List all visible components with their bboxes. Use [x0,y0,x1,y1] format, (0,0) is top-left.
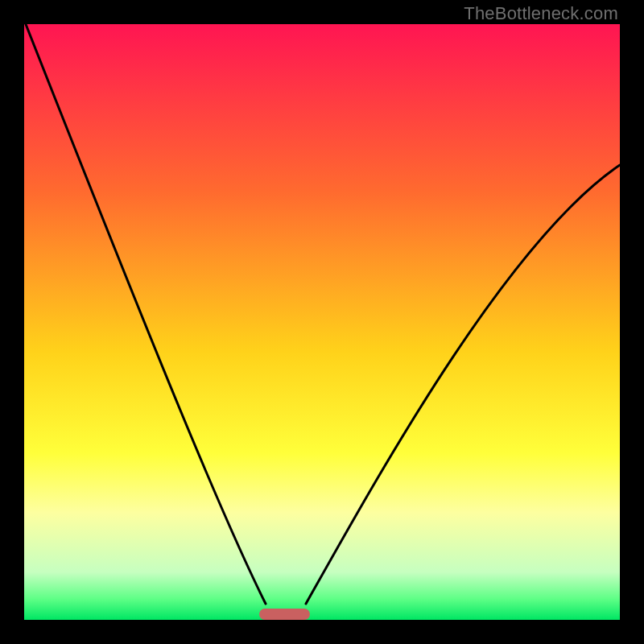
curve-left [24,24,266,604]
chart-frame [24,24,620,620]
watermark-text: TheBottleneck.com [464,3,618,24]
curve-right [306,165,620,604]
optimal-range-marker [259,609,310,620]
bottleneck-curve [24,24,620,620]
